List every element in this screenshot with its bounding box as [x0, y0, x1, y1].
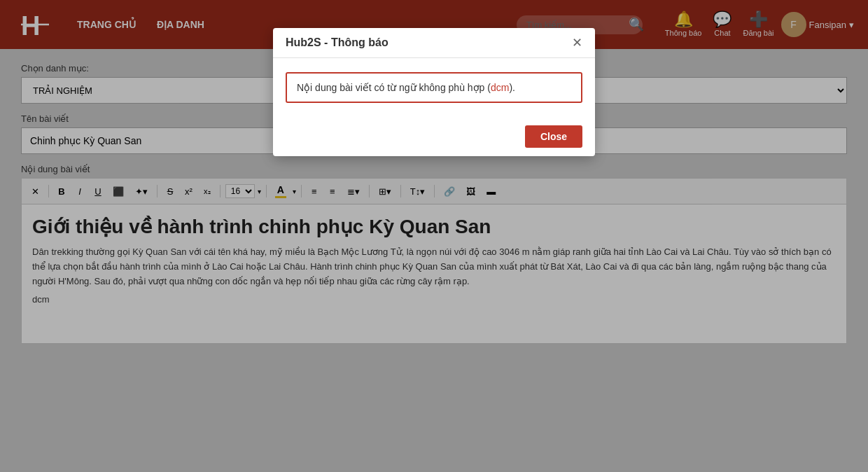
modal-overlay: Hub2S - Thông báo ✕ Nội dung bài viết có… [0, 0, 868, 472]
modal-close-x-button[interactable]: ✕ [572, 36, 582, 49]
modal-title: Hub2S - Thông báo [286, 36, 388, 49]
modal-message-suffix: ). [509, 82, 515, 93]
modal-close-button[interactable]: Close [525, 125, 582, 148]
modal-message-prefix: Nội dung bài viết có từ ngữ không phù hợ… [297, 82, 491, 93]
modal-body: Nội dung bài viết có từ ngữ không phù hợ… [273, 58, 595, 117]
modal-dialog: Hub2S - Thông báo ✕ Nội dung bài viết có… [273, 28, 595, 156]
modal-footer: Close [273, 117, 595, 156]
modal-message-word: dcm [491, 82, 509, 93]
modal-header: Hub2S - Thông báo ✕ [273, 28, 595, 58]
modal-message-box: Nội dung bài viết có từ ngữ không phù hợ… [286, 72, 582, 103]
